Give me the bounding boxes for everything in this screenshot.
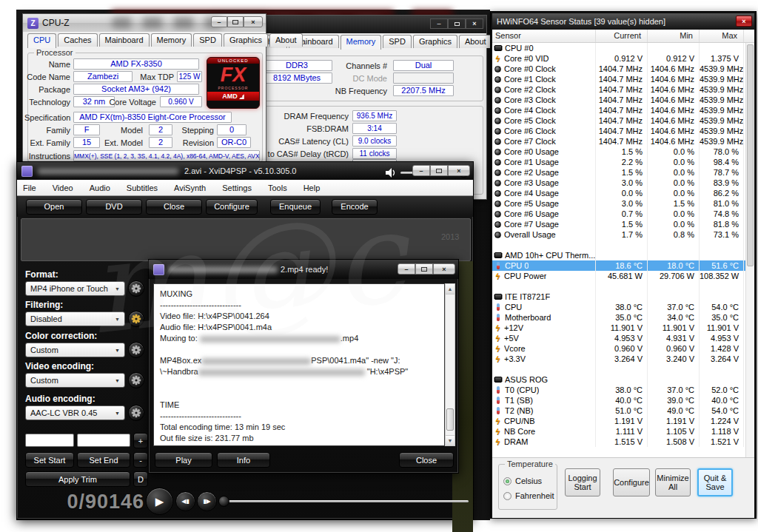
- trim-start-input[interactable]: [25, 434, 74, 447]
- sensor-row[interactable]: ϟCore #0 VID0.912 V0.912 V1.375 V: [492, 53, 754, 64]
- sensor-row[interactable]: CPU38.0 °C37.0 °C54.0 °C: [492, 302, 754, 312]
- minimize-all-button[interactable]: Minimize All: [655, 468, 691, 496]
- xvid-titlebar[interactable]: 2.avi - XviD4PSP - v5.10.305.0: [17, 162, 473, 180]
- minimize-button[interactable]: [430, 18, 448, 29]
- encode-button[interactable]: Encode: [332, 199, 378, 215]
- volume-icon[interactable]: [386, 168, 396, 178]
- filtering-gear-button[interactable]: [128, 311, 144, 327]
- sensor-row[interactable]: Motherboard35.0 °C34.0 °C35.0 °C: [492, 312, 754, 323]
- set-end-button[interactable]: Set End: [77, 452, 130, 468]
- menu-tools[interactable]: Tools: [268, 183, 287, 192]
- sensor-row[interactable]: CPU 018.6 °C18.0 °C51.6 °C: [492, 260, 754, 271]
- seek-bar[interactable]: [223, 500, 469, 502]
- close-button[interactable]: ×: [736, 16, 752, 27]
- trim-minus-button[interactable]: -: [133, 452, 148, 468]
- hwinfo-titlebar[interactable]: HWiNFO64 Sensor Status [39 value(s) hidd…: [492, 13, 754, 30]
- sensor-row[interactable]: ϟ+12V11.901 V11.901 V11.901 V: [492, 323, 754, 333]
- sensor-row[interactable]: ϟ+3.3V3.264 V3.240 V3.264 V: [492, 354, 754, 364]
- column-max[interactable]: Max: [700, 30, 744, 42]
- filtering-select[interactable]: Disabled: [25, 312, 125, 326]
- tab-about[interactable]: About: [269, 33, 303, 47]
- configure-button[interactable]: Configure: [206, 199, 258, 215]
- sensor-row[interactable]: ϟCPU/NB1.191 V1.191 V1.224 V: [492, 416, 754, 426]
- sensor-row[interactable]: ϟNB Core1.111 V1.105 V1.118 V: [492, 426, 754, 437]
- sensor-row[interactable]: Core #4 Usage0.0 %0.0 %86.2 %: [492, 188, 754, 198]
- trim-end-input[interactable]: [77, 434, 130, 447]
- seek-knob[interactable]: [218, 496, 229, 507]
- sensor-row[interactable]: Core #7 Clock1404.7 MHz1404.6 MHz4539.9 …: [492, 136, 754, 147]
- menu-help[interactable]: Help: [303, 183, 321, 192]
- enqueue-button[interactable]: Enqueue: [270, 199, 321, 215]
- tab-about[interactable]: About: [459, 35, 492, 48]
- close-result-button[interactable]: Close: [399, 452, 454, 468]
- configure-button[interactable]: Configure: [613, 468, 650, 496]
- menu-settings[interactable]: Settings: [222, 183, 252, 192]
- sensor-row[interactable]: T0 (CPU)38.0 °C37.0 °C52.0 °C: [492, 385, 754, 395]
- video-encoding-select[interactable]: Custom: [25, 373, 125, 388]
- quit-save-button[interactable]: Quit & Save: [697, 468, 733, 496]
- close-file-button[interactable]: Close: [146, 199, 202, 215]
- scroll-thumb[interactable]: [446, 408, 454, 431]
- sensor-row[interactable]: Core #1 Clock1404.7 MHz1404.6 MHz4539.9 …: [492, 74, 754, 84]
- sensor-row[interactable]: ϟCPU Power45.681 W29.706 W108.352 W: [492, 271, 754, 281]
- minimize-button[interactable]: [398, 263, 415, 275]
- sensor-row[interactable]: Core #6 Clock1404.7 MHz1404.6 MHz4539.9 …: [492, 126, 754, 136]
- color-correction-select[interactable]: Custom: [25, 343, 125, 357]
- sensor-row[interactable]: Core #3 Usage3.0 %0.0 %83.9 %: [492, 178, 754, 188]
- sensor-row[interactable]: Core #6 Usage0.7 %0.0 %74.8 %: [492, 209, 754, 219]
- maximize-button[interactable]: [415, 263, 433, 275]
- celsius-radio[interactable]: Celsius: [503, 474, 542, 487]
- close-button[interactable]: [466, 18, 483, 29]
- sensor-row[interactable]: Core #3 Clock1404.7 MHz1404.6 MHz4539.9 …: [492, 95, 754, 105]
- sensor-row[interactable]: ϟVcore0.960 V0.960 V1.428 V: [492, 343, 754, 354]
- sensor-group-row[interactable]: ASUS ROG: [492, 374, 754, 385]
- sensor-row[interactable]: Core #7 Usage1.5 %0.0 %81.8 %: [492, 219, 754, 229]
- column-sensor[interactable]: Sensor: [492, 30, 596, 42]
- column-min[interactable]: Min: [648, 30, 700, 42]
- sensor-row[interactable]: Overall Usage1.7 %0.8 %73.1 %: [492, 229, 754, 240]
- tab-caches[interactable]: Caches: [58, 33, 97, 47]
- info-button[interactable]: Info: [217, 452, 270, 468]
- sensor-row[interactable]: Core #0 Clock1404.7 MHz1404.6 MHz4539.9 …: [492, 64, 754, 74]
- sensor-row[interactable]: ϟ+5V4.953 V4.931 V4.953 V: [492, 333, 754, 343]
- menu-file[interactable]: File: [23, 183, 36, 192]
- open-button[interactable]: Open: [26, 199, 82, 215]
- next-frame-button[interactable]: ▮▶: [197, 491, 217, 511]
- play-button[interactable]: ▶: [146, 488, 173, 515]
- deinterlace-button[interactable]: D: [133, 471, 148, 487]
- menu-avisynth[interactable]: AviSynth: [174, 183, 206, 192]
- cpuz1-titlebar[interactable]: Z CPU-Z: [23, 14, 266, 32]
- scroll-up-arrow[interactable]: ▲: [446, 284, 455, 294]
- previous-frame-button[interactable]: ◀▮: [175, 491, 195, 511]
- sensor-row[interactable]: T1 (SB)40.0 °C39.0 °C40.0 °C: [492, 395, 754, 405]
- video-gear-button[interactable]: [128, 372, 144, 388]
- tab-spd[interactable]: SPD: [193, 33, 222, 47]
- play-result-button[interactable]: Play: [155, 452, 212, 468]
- tab-mainboard[interactable]: Mainboard: [99, 33, 150, 47]
- color-gear-button[interactable]: [128, 342, 144, 358]
- log-scrollbar[interactable]: ▲ ▼: [445, 283, 455, 446]
- tab-memory[interactable]: Memory: [341, 35, 382, 50]
- sensor-row[interactable]: Core #5 Usage3.0 %1.5 %81.0 %: [492, 198, 754, 209]
- menu-subtitles[interactable]: Subtitles: [127, 183, 158, 192]
- sensor-group-row[interactable]: CPU #0: [492, 43, 754, 53]
- fahrenheit-radio[interactable]: Fahrenheit: [503, 488, 554, 502]
- sensor-row[interactable]: Core #2 Clock1404.7 MHz1404.6 MHz4539.9 …: [492, 84, 754, 95]
- format-gear-button[interactable]: [128, 280, 144, 297]
- dvd-button[interactable]: DVD: [86, 199, 142, 215]
- sensor-row[interactable]: Core #5 Clock1404.7 MHz1404.6 MHz4539.9 …: [492, 115, 754, 126]
- trim-plus-button[interactable]: +: [133, 433, 148, 448]
- sensor-row[interactable]: ϟDRAM1.515 V1.508 V1.521 V: [492, 437, 754, 447]
- sensor-group-row[interactable]: ITE IT8721F: [492, 292, 754, 302]
- sensor-group-row[interactable]: AMD 10h+ CPU Therm...: [492, 250, 754, 260]
- menu-video[interactable]: Video: [53, 183, 73, 192]
- tab-graphics[interactable]: Graphics: [224, 33, 268, 47]
- tab-cpu[interactable]: CPU: [27, 33, 56, 48]
- tab-graphics[interactable]: Graphics: [413, 35, 457, 48]
- audio-encoding-select[interactable]: AAC-LC VBR 0.45: [25, 405, 125, 420]
- mux-log[interactable]: MUXING------------------------------Vide…: [153, 283, 445, 446]
- sensor-row[interactable]: T2 (NB)51.0 °C49.0 °C54.0 °C: [492, 405, 754, 416]
- sensor-row[interactable]: Core #0 Usage1.5 %0.0 %78.0 %: [492, 147, 754, 157]
- tab-memory[interactable]: Memory: [151, 33, 192, 47]
- scroll-thumb[interactable]: [747, 44, 754, 266]
